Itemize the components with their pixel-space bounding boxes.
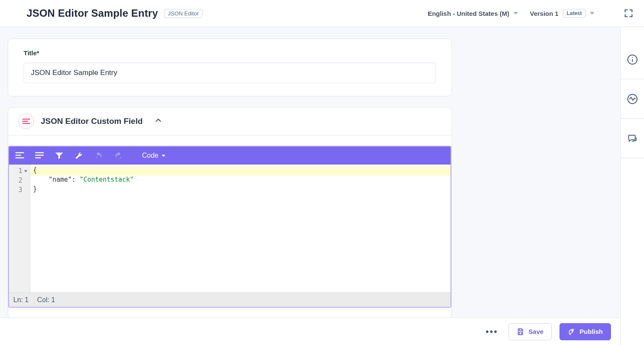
- gutter-line: 1: [9, 166, 30, 176]
- save-button-label: Save: [529, 328, 544, 335]
- gutter-line: 2: [9, 176, 30, 185]
- content-type-tag[interactable]: JSON Editor: [164, 9, 203, 18]
- svg-rect-2: [15, 157, 24, 158]
- svg-rect-10: [519, 329, 522, 330]
- page-title: JSON Editor Sample Entry: [27, 7, 158, 19]
- code-line: }: [30, 185, 450, 195]
- svg-rect-0: [15, 152, 24, 153]
- json-editor-container: Code 1 2 3 { "name": "Contentstack" }: [8, 135, 451, 318]
- caret-down-icon: [162, 155, 165, 157]
- undo-icon[interactable]: [93, 150, 104, 161]
- title-field-label: Title*: [24, 49, 436, 57]
- editor-code-area[interactable]: { "name": "Contentstack" }: [30, 165, 450, 292]
- code-line: {: [30, 166, 450, 176]
- section-title: JSON Editor Custom Field: [41, 117, 143, 126]
- publish-button[interactable]: Publish: [559, 323, 611, 340]
- fold-icon[interactable]: [24, 170, 27, 172]
- json-editor-card: JSON Editor Custom Field: [8, 107, 452, 318]
- editor-status-bar: Ln: 1 Col: 1: [9, 292, 450, 307]
- title-input[interactable]: [24, 63, 436, 83]
- editor-mode-dropdown[interactable]: Code: [142, 152, 165, 159]
- compact-icon[interactable]: [34, 150, 45, 161]
- publish-icon: [568, 328, 575, 336]
- publish-button-label: Publish: [580, 328, 603, 335]
- save-icon: [517, 328, 524, 336]
- editor-gutter: 1 2 3: [9, 165, 30, 292]
- editor-mode-label: Code: [142, 152, 158, 159]
- svg-point-8: [632, 57, 633, 58]
- svg-rect-11: [519, 332, 522, 334]
- filter-icon[interactable]: [54, 150, 65, 161]
- version-selector[interactable]: Version 1 Latest: [530, 9, 594, 18]
- format-icon[interactable]: [14, 150, 25, 161]
- save-button[interactable]: Save: [508, 323, 552, 340]
- redo-icon[interactable]: [113, 150, 124, 161]
- content-scroll[interactable]: Title* JSON Editor Custom Field: [0, 27, 617, 345]
- fullscreen-icon[interactable]: [623, 8, 634, 18]
- top-right-cluster: English - United States (M) Version 1 La…: [428, 8, 634, 18]
- editor-body: 1 2 3 { "name": "Contentstack" }: [9, 165, 450, 292]
- gutter-line: 3: [9, 185, 30, 195]
- svg-rect-5: [35, 157, 41, 158]
- version-badge: Latest: [563, 9, 586, 18]
- json-editor: Code 1 2 3 { "name": "Contentstack" }: [8, 146, 451, 308]
- version-label: Version 1: [530, 10, 559, 17]
- extension-logo-icon: [18, 114, 34, 129]
- chevron-down-icon: [590, 12, 594, 15]
- svg-rect-1: [15, 155, 21, 156]
- locale-label: English - United States (M): [428, 10, 509, 17]
- code-line: "name": "Contentstack": [30, 176, 450, 185]
- more-actions-button[interactable]: •••: [483, 326, 501, 337]
- info-panel-button[interactable]: [621, 40, 644, 79]
- editor-toolbar: Code: [9, 147, 450, 165]
- status-line: Ln: 1: [13, 296, 29, 304]
- status-col: Col: 1: [37, 296, 55, 304]
- svg-point-12: [571, 330, 572, 331]
- chevron-down-icon: [514, 12, 518, 15]
- footer-bar: ••• Save Publish: [0, 318, 620, 345]
- top-bar: JSON Editor Sample Entry JSON Editor Eng…: [0, 0, 644, 27]
- section-header[interactable]: JSON Editor Custom Field: [8, 108, 451, 135]
- right-rail: [620, 27, 644, 345]
- activity-panel-button[interactable]: [621, 79, 644, 119]
- repair-icon[interactable]: [73, 150, 85, 161]
- svg-rect-3: [35, 152, 44, 153]
- comments-panel-button[interactable]: [621, 119, 644, 158]
- chevron-up-icon: [155, 117, 162, 126]
- svg-rect-4: [35, 155, 44, 156]
- locale-selector[interactable]: English - United States (M): [428, 10, 518, 17]
- title-card: Title*: [8, 39, 452, 96]
